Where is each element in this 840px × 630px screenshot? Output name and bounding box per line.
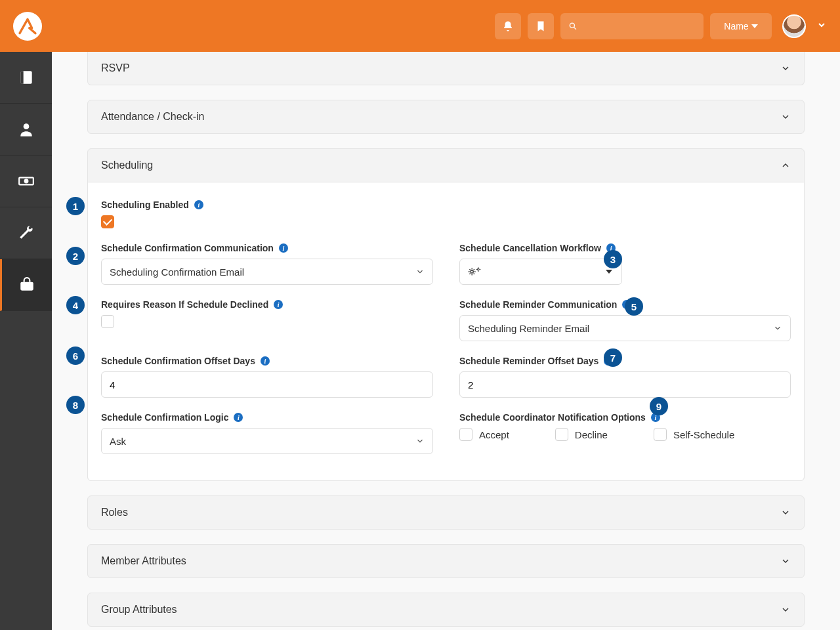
panel-scheduling: Scheduling 1 2 3 4 5 6 7 8 9 Scheduling … — [87, 148, 805, 481]
reminder-offset-label: Schedule Reminder Offset Days — [459, 356, 598, 366]
reminder-comm-value: Scheduling Reminder Email — [468, 323, 589, 334]
reminder-comm-select[interactable]: Scheduling Reminder Email — [459, 315, 791, 341]
search-box[interactable] — [560, 13, 704, 39]
user-avatar[interactable] — [782, 14, 806, 38]
info-icon[interactable]: i — [279, 243, 288, 253]
panel-member-attributes: Member Attributes — [87, 544, 805, 578]
panel-group-attributes-title: Group Attributes — [101, 604, 177, 616]
panel-group-attributes: Group Attributes — [87, 593, 805, 627]
callout-7: 7 — [604, 348, 622, 367]
svg-line-16 — [474, 269, 474, 270]
user-menu-toggle[interactable] — [816, 20, 827, 33]
main-content: RSVP Attendance / Check-in Scheduling 1 … — [52, 52, 840, 630]
panel-rsvp: RSVP — [87, 52, 805, 85]
scheduling-enabled-checkbox[interactable] — [101, 215, 114, 228]
panel-member-attributes-header[interactable]: Member Attributes — [88, 545, 804, 578]
coord-accept-label: Accept — [479, 429, 509, 440]
confirm-offset-input[interactable] — [110, 372, 409, 397]
svg-line-13 — [469, 269, 470, 270]
nav-item-finance[interactable] — [0, 156, 52, 207]
confirm-offset-input-wrap — [101, 371, 433, 398]
reminder-offset-input[interactable] — [468, 372, 766, 397]
svg-point-4 — [23, 123, 29, 129]
requires-reason-checkbox[interactable] — [101, 315, 114, 328]
info-icon[interactable]: i — [194, 200, 203, 209]
panel-roles-header[interactable]: Roles — [88, 496, 804, 529]
svg-point-8 — [471, 270, 473, 273]
svg-rect-3 — [20, 71, 23, 84]
panel-attendance-header[interactable]: Attendance / Check-in — [88, 100, 804, 133]
svg-point-6 — [24, 180, 28, 183]
scheduling-enabled-label: Scheduling Enabled — [101, 200, 189, 210]
nav-item-admin[interactable] — [0, 259, 52, 311]
confirm-logic-select[interactable]: Ask — [101, 428, 433, 454]
app-logo — [13, 12, 42, 41]
callout-3: 3 — [604, 250, 622, 268]
confirm-logic-value: Ask — [110, 436, 126, 447]
panel-group-attributes-header[interactable]: Group Attributes — [88, 593, 804, 626]
info-icon[interactable]: i — [274, 300, 283, 309]
reminder-comm-label: Schedule Reminder Communication — [459, 299, 617, 310]
coord-decline-label: Decline — [575, 429, 608, 440]
search-scope-label: Name — [724, 21, 748, 32]
nav-item-tools[interactable] — [0, 207, 52, 259]
cancel-workflow-label: Schedule Cancellation Workflow — [459, 243, 601, 253]
callout-4: 4 — [66, 296, 85, 314]
notifications-button[interactable] — [495, 13, 521, 39]
cancel-workflow-picker[interactable] — [459, 259, 622, 285]
search-input[interactable] — [583, 21, 696, 32]
info-icon[interactable]: i — [234, 413, 243, 422]
reminder-offset-input-wrap — [459, 371, 791, 398]
panel-roles-title: Roles — [101, 507, 128, 518]
panel-attendance-title: Attendance / Check-in — [101, 111, 204, 123]
callout-2: 2 — [66, 247, 85, 265]
callout-5: 5 — [625, 297, 643, 316]
top-bar: Name — [0, 0, 840, 52]
panel-member-attributes-title: Member Attributes — [101, 555, 186, 567]
requires-reason-label: Requires Reason If Schedule Declined — [101, 299, 268, 310]
svg-point-17 — [477, 268, 479, 270]
dropdown-caret-icon — [606, 270, 612, 274]
svg-point-0 — [570, 23, 574, 28]
bookmarks-button[interactable] — [528, 13, 554, 39]
panel-scheduling-body: 1 2 3 4 5 6 7 8 9 Scheduling Enabled i — [88, 182, 804, 480]
confirm-comm-select[interactable]: Scheduling Confirmation Email — [101, 259, 433, 285]
callout-9: 9 — [650, 397, 668, 415]
nav-item-people[interactable] — [0, 104, 52, 156]
coord-decline-checkbox[interactable] — [555, 428, 568, 441]
callout-8: 8 — [66, 396, 85, 414]
svg-line-15 — [469, 273, 470, 274]
coord-self-label: Self-Schedule — [673, 429, 734, 440]
panel-scheduling-header[interactable]: Scheduling — [88, 149, 804, 182]
left-nav-rail — [0, 52, 52, 630]
confirm-comm-label: Schedule Confirmation Communication — [101, 243, 274, 253]
coord-notify-label: Schedule Coordinator Notification Option… — [459, 412, 646, 423]
panel-rsvp-header[interactable]: RSVP — [88, 52, 804, 85]
confirm-logic-label: Schedule Confirmation Logic — [101, 412, 228, 423]
svg-line-1 — [574, 27, 576, 29]
coord-accept-checkbox[interactable] — [459, 428, 472, 441]
confirm-comm-value: Scheduling Confirmation Email — [110, 266, 244, 278]
svg-line-14 — [474, 273, 474, 274]
svg-rect-7 — [20, 282, 33, 291]
panel-scheduling-title: Scheduling — [101, 159, 153, 171]
panel-roles: Roles — [87, 495, 805, 530]
callout-6: 6 — [66, 346, 85, 365]
callout-1: 1 — [66, 197, 85, 215]
nav-item-book[interactable] — [0, 52, 52, 104]
confirm-offset-label: Schedule Confirmation Offset Days — [101, 356, 255, 366]
panel-rsvp-title: RSVP — [101, 62, 130, 74]
info-icon[interactable]: i — [261, 356, 270, 366]
search-scope-dropdown[interactable]: Name — [710, 13, 772, 39]
coord-self-checkbox[interactable] — [654, 428, 667, 441]
panel-attendance: Attendance / Check-in — [87, 100, 805, 134]
